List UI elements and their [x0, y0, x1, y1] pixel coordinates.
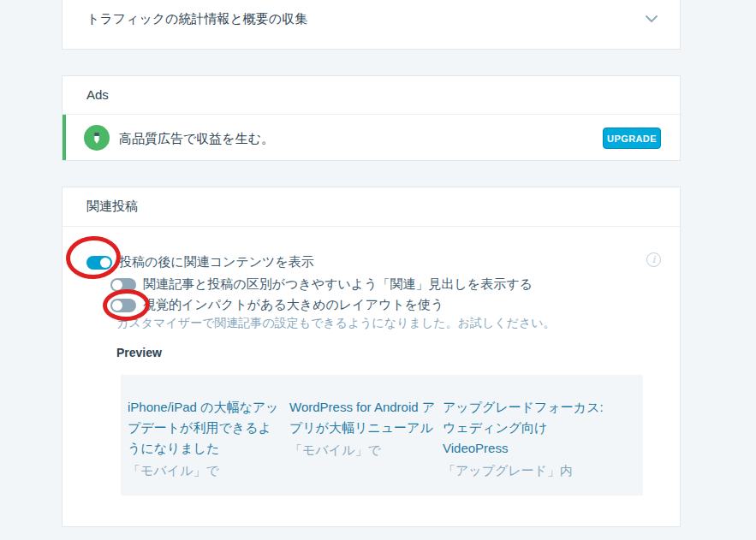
traffic-stats-title: トラフィックの統計情報と概要の収集 [86, 11, 307, 27]
ads-title: Ads [86, 87, 109, 102]
toggle-knob [112, 280, 122, 290]
toggle-label: 視覚的インパクトがある大きめのレイアウトを使う [143, 297, 443, 313]
toggle-label: 投稿の後に関連コンテンツを表示 [119, 254, 314, 270]
toggle-knob [112, 300, 122, 311]
traffic-stats-card: トラフィックの統計情報と概要の収集 [62, 0, 681, 50]
upgrade-button[interactable]: UPGRADE [603, 128, 661, 149]
preview-post-3: アップグレードフォーカス: ウェディング向け VideoPress 「アップグレ… [443, 397, 610, 481]
toggle-show-related-heading[interactable] [110, 278, 136, 292]
customizer-hint-text: カスタマイザーで関連記事の設定もできるようになりました。お試しください。 [116, 316, 556, 331]
toggle-row-related-heading: 関連記事と投稿の区別がつきやすいよう「関連」見出しを表示する [110, 276, 533, 293]
pencil-icon [84, 125, 110, 151]
toggle-label: 関連記事と投稿の区別がつきやすいよう「関連」見出しを表示する [143, 276, 533, 293]
preview-post-context: 「モバイル」で [289, 440, 440, 460]
preview-label: Preview [116, 346, 162, 359]
ads-banner-text: 高品質広告で収益を生む。 [119, 131, 274, 147]
related-posts-card: 関連投稿 投稿の後に関連コンテンツを表示 i 関連記事と投稿の区別がつきやすいよ… [62, 187, 681, 527]
preview-post-context: 「モバイル」で [128, 460, 283, 481]
preview-post-context: 「アップグレード」内 [443, 460, 610, 481]
divider [63, 226, 680, 227]
toggle-large-layout[interactable] [110, 299, 136, 312]
toggle-row-large-layout: 視覚的インパクトがある大きめのレイアウトを使う [110, 297, 443, 313]
toggle-row-show-related: 投稿の後に関連コンテンツを表示 [86, 254, 314, 270]
preview-post-2: WordPress for Android アプリが大幅リニューアル 「モバイル… [289, 397, 440, 460]
preview-post-link[interactable]: WordPress for Android アプリが大幅リニューアル [289, 397, 440, 438]
toggle-knob [100, 258, 110, 268]
related-posts-preview: iPhone/iPad の大幅なアップデートが利用できるようになりました 「モバ… [121, 375, 643, 495]
preview-post-1: iPhone/iPad の大幅なアップデートが利用できるようになりました 「モバ… [128, 397, 283, 481]
ads-upsell-banner: 高品質広告で収益を生む。 UPGRADE [63, 115, 680, 160]
preview-post-link[interactable]: iPhone/iPad の大幅なアップデートが利用できるようになりました [128, 397, 283, 459]
chevron-down-icon[interactable] [644, 11, 659, 27]
toggle-show-related-content[interactable] [86, 256, 112, 270]
preview-post-link[interactable]: アップグレードフォーカス: ウェディング向け VideoPress [443, 397, 610, 459]
related-posts-title: 関連投稿 [86, 199, 138, 215]
ads-card: Ads 高品質広告で収益を生む。 UPGRADE [62, 75, 681, 161]
info-circle-icon[interactable]: i [646, 252, 661, 267]
